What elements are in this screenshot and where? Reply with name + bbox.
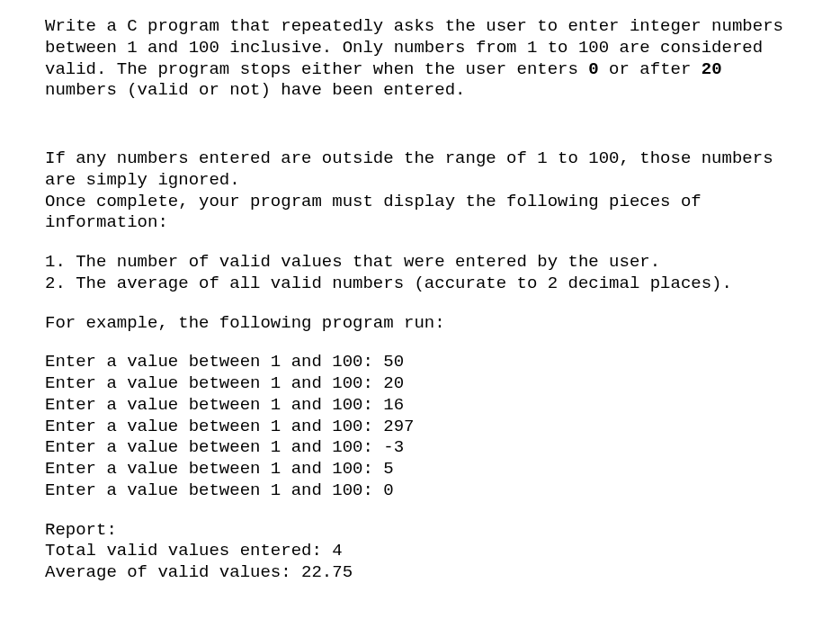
requirement-2: 2. The average of all valid numbers (acc… (45, 274, 795, 295)
sample-run-line: Enter a value between 1 and 100: 0 (45, 480, 795, 502)
sample-run-line: Enter a value between 1 and 100: 50 (45, 352, 795, 373)
intro-bold-zero: 0 (588, 59, 598, 79)
sample-run-line: Enter a value between 1 and 100: 297 (45, 417, 795, 438)
sample-run-line: Enter a value between 1 and 100: 16 (45, 395, 795, 417)
req1-text: 1. The number of valid values that were … (45, 252, 660, 272)
report-block: Report: Total valid values entered: 4 Av… (45, 520, 795, 584)
intro-bold-twenty: 20 (701, 59, 722, 79)
ignore-text: If any numbers entered are outside the r… (45, 148, 773, 190)
once-complete-paragraph: Once complete, your program must display… (45, 192, 795, 235)
report-heading: Report: (45, 520, 795, 542)
sample-run-line: Enter a value between 1 and 100: 5 (45, 459, 795, 480)
sample-run-block: Enter a value between 1 and 100: 50 Ente… (45, 352, 795, 501)
example-heading: For example, the following program run: (45, 313, 795, 335)
req2-text: 2. The average of all valid numbers (acc… (45, 274, 732, 293)
report-total-line: Total valid values entered: 4 (45, 541, 795, 562)
ignore-paragraph: If any numbers entered are outside the r… (45, 148, 795, 192)
sample-run-line: Enter a value between 1 and 100: -3 (45, 437, 795, 459)
intro-text-3: numbers (valid or not) have been entered… (45, 80, 465, 100)
example-heading-text: For example, the following program run: (45, 313, 445, 333)
sample-run-line: Enter a value between 1 and 100: 20 (45, 373, 795, 395)
requirement-1: 1. The number of valid values that were … (45, 252, 795, 274)
intro-paragraph: Write a C program that repeatedly asks t… (45, 16, 795, 102)
once-complete-text: Once complete, your program must display… (45, 192, 701, 233)
intro-text-2: or after (599, 59, 701, 79)
report-avg-line: Average of valid values: 22.75 (45, 562, 795, 584)
